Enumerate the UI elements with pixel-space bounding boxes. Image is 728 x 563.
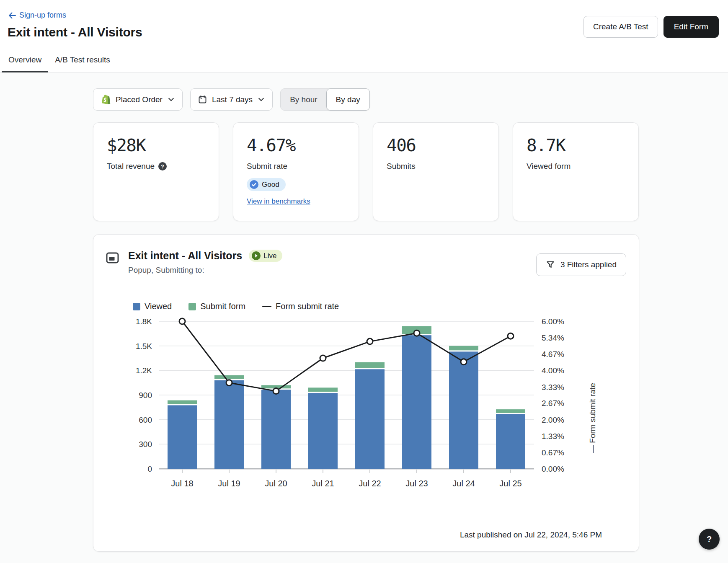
svg-text:4.00%: 4.00% — [542, 366, 564, 375]
calendar-icon — [198, 95, 207, 104]
main-content: Placed Order Last 7 days By hour By day … — [93, 88, 639, 552]
chart-card-subtitle: Popup, Submitting to: — [128, 266, 282, 275]
chevron-down-icon — [258, 96, 265, 103]
svg-text:600: 600 — [139, 416, 152, 424]
play-circle-icon — [252, 251, 261, 260]
svg-text:Jul 18: Jul 18 — [171, 479, 193, 488]
svg-text:6.00%: 6.00% — [542, 317, 564, 326]
filter-row: Placed Order Last 7 days By hour By day — [93, 88, 639, 111]
status-badge-good: Good — [247, 178, 286, 191]
form-performance-card: Exit intent - All Visitors Live Popup, S… — [93, 234, 639, 552]
metric-card-total-revenue: $28K Total revenue ? — [93, 122, 219, 221]
chart-plot-area: 03006009001.2K1.5K1.8K6.00%5.34%4.67%4.0… — [106, 315, 626, 500]
help-icon[interactable]: ? — [158, 162, 167, 170]
svg-text:0.00%: 0.00% — [542, 465, 564, 473]
svg-text:Jul 19: Jul 19 — [218, 479, 240, 488]
back-arrow-icon — [8, 12, 16, 19]
metric-value: $28K — [107, 135, 205, 155]
tab-bar: Overview A/B Test results — [2, 49, 117, 72]
help-button[interactable]: ? — [699, 529, 720, 550]
filters-applied-button[interactable]: 3 Filters applied — [536, 253, 626, 276]
granularity-by-hour[interactable]: By hour — [281, 89, 326, 110]
svg-text:1.8K: 1.8K — [136, 317, 152, 326]
svg-text:300: 300 — [139, 440, 152, 449]
live-status-badge: Live — [249, 250, 282, 262]
svg-text:2.00%: 2.00% — [542, 416, 564, 424]
svg-text:0: 0 — [147, 465, 152, 473]
granularity-by-day[interactable]: By day — [326, 88, 370, 111]
metric-cards: $28K Total revenue ? 4.67% Submit rate G… — [93, 122, 639, 221]
combo-chart: 03006009001.2K1.5K1.8K6.00%5.34%4.67%4.0… — [106, 315, 627, 498]
legend-item-form-submit-rate[interactable]: Form submit rate — [262, 302, 339, 311]
metric-card-submits: 406 Submits — [373, 122, 499, 221]
svg-text:5.34%: 5.34% — [542, 333, 564, 342]
metric-value: 406 — [387, 135, 485, 155]
metric-label: Submits — [387, 162, 485, 171]
svg-text:Jul 24: Jul 24 — [452, 479, 475, 488]
svg-text:1.2K: 1.2K — [136, 366, 152, 375]
svg-text:Jul 21: Jul 21 — [312, 479, 334, 488]
metric-card-submit-rate: 4.67% Submit rate Good View in benchmark… — [233, 122, 359, 221]
chevron-down-icon — [168, 96, 175, 103]
metric-value: 8.7K — [527, 135, 625, 155]
svg-text:4.67%: 4.67% — [542, 350, 564, 359]
svg-text:Jul 23: Jul 23 — [405, 479, 428, 488]
svg-text:1.33%: 1.33% — [542, 432, 564, 441]
legend-item-submit-form[interactable]: Submit form — [188, 302, 245, 311]
svg-text:Jul 22: Jul 22 — [359, 479, 381, 488]
legend-item-viewed[interactable]: Viewed — [133, 302, 172, 311]
svg-text:1.5K: 1.5K — [136, 342, 152, 351]
svg-text:0.67%: 0.67% — [542, 448, 564, 457]
chart-legend: Viewed Submit form Form submit rate — [133, 302, 626, 311]
metric-label: Viewed form — [527, 162, 625, 171]
granularity-toggle: By hour By day — [280, 88, 370, 111]
metric-label: Submit rate — [247, 162, 345, 171]
edit-form-button[interactable]: Edit Form — [663, 16, 719, 38]
metric-card-viewed-form: 8.7K Viewed form — [513, 122, 639, 221]
page-title: Exit intent - All Visitors — [8, 25, 142, 39]
date-range-dropdown[interactable]: Last 7 days — [190, 88, 273, 111]
chart-card-title: Exit intent - All Visitors — [128, 250, 242, 262]
svg-text:900: 900 — [139, 391, 152, 400]
svg-text:Jul 20: Jul 20 — [265, 479, 287, 488]
tab-overview[interactable]: Overview — [2, 49, 48, 72]
line-swatch — [262, 306, 271, 307]
svg-text:3.33%: 3.33% — [542, 383, 564, 392]
back-link-label: Sign-up forms — [19, 11, 66, 20]
check-circle-icon — [250, 180, 258, 189]
popup-form-icon — [106, 252, 119, 263]
date-range-label: Last 7 days — [212, 95, 253, 104]
header-actions: Create A/B Test Edit Form — [583, 16, 719, 38]
last-published-text: Last published on Jul 22, 2024, 5:46 PM — [460, 530, 602, 540]
svg-text:— Form submit rate: — Form submit rate — [588, 383, 597, 453]
filter-funnel-icon — [546, 260, 555, 269]
viewed-swatch — [133, 303, 140, 310]
metric-label: Total revenue ? — [107, 162, 205, 171]
conversion-metric-dropdown[interactable]: Placed Order — [93, 88, 183, 111]
svg-text:Jul 25: Jul 25 — [499, 479, 521, 488]
back-link[interactable]: Sign-up forms — [8, 11, 66, 20]
metric-value: 4.67% — [247, 135, 345, 155]
submit-form-swatch — [188, 303, 196, 310]
view-benchmarks-link[interactable]: View in benchmarks — [247, 197, 345, 206]
create-ab-test-button[interactable]: Create A/B Test — [583, 16, 658, 38]
shopify-icon — [101, 94, 111, 105]
svg-text:2.67%: 2.67% — [542, 399, 564, 408]
tab-ab-test-results[interactable]: A/B Test results — [48, 49, 117, 72]
chart-card-titles: Exit intent - All Visitors Live Popup, S… — [128, 250, 282, 275]
page-header: Sign-up forms Exit intent - All Visitors… — [0, 0, 728, 72]
conversion-metric-label: Placed Order — [116, 95, 163, 104]
